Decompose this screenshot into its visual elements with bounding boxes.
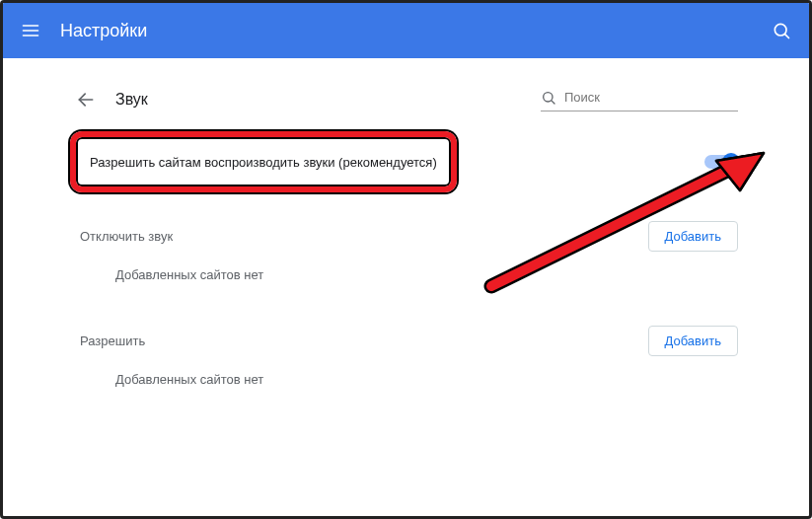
section-header: Отключить звук Добавить <box>80 218 738 254</box>
menu-button[interactable] <box>17 17 44 44</box>
page-header: Звук <box>74 84 738 115</box>
appbar-search-button[interactable] <box>768 17 795 44</box>
window-frame: Настройки Звук Разрешить сайтам воспроиз… <box>0 0 812 519</box>
toggle-knob <box>722 153 740 171</box>
back-button[interactable] <box>74 88 98 111</box>
add-allow-button[interactable]: Добавить <box>648 326 738 356</box>
allow-sound-toggle[interactable] <box>704 155 738 169</box>
main-setting-label: Разрешить сайтам воспроизводить звуки (р… <box>90 155 437 170</box>
search-input[interactable] <box>564 90 722 105</box>
highlight-annotation: Разрешить сайтам воспроизводить звуки (р… <box>70 131 457 192</box>
search-icon <box>541 90 556 106</box>
section-mute: Отключить звук Добавить Добавленных сайт… <box>80 218 738 282</box>
page-title: Звук <box>115 91 148 109</box>
section-title: Разрешить <box>80 334 145 348</box>
arrow-left-icon <box>76 90 96 110</box>
svg-line-7 <box>552 101 554 104</box>
svg-point-6 <box>544 92 553 101</box>
section-header: Разрешить Добавить <box>80 323 738 358</box>
mute-empty-text: Добавленных сайтов нет <box>115 267 738 282</box>
content-area: Звук Разрешить сайтам воспроизводить зву… <box>74 84 738 115</box>
add-mute-button[interactable]: Добавить <box>648 221 738 252</box>
app-bar: Настройки <box>3 3 809 58</box>
allow-empty-text: Добавленных сайтов нет <box>115 372 738 387</box>
hamburger-icon <box>21 21 40 40</box>
section-allow: Разрешить Добавить Добавленных сайтов не… <box>80 323 738 387</box>
appbar-title: Настройки <box>60 21 147 41</box>
search-field[interactable] <box>541 84 738 111</box>
svg-point-3 <box>775 24 786 36</box>
search-icon <box>772 21 791 40</box>
svg-line-4 <box>785 35 789 38</box>
section-title: Отключить звук <box>80 229 173 244</box>
